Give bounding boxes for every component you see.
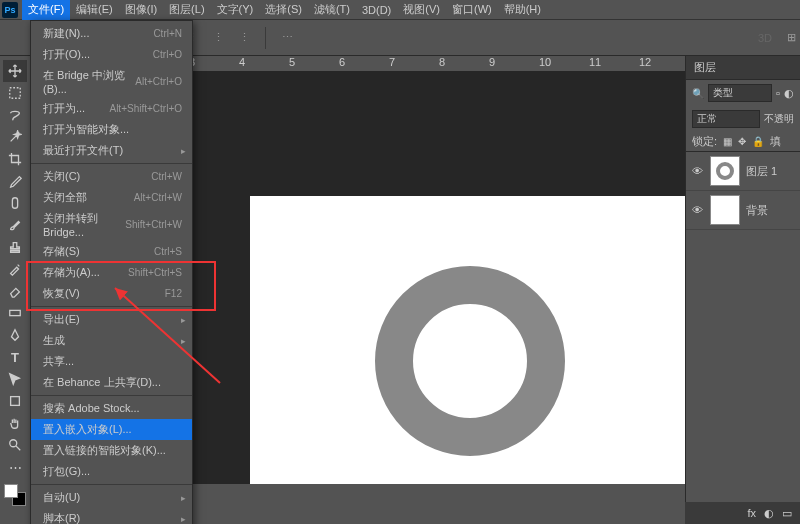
lock-position-icon[interactable]: ✥ bbox=[738, 136, 746, 147]
zoom-tool[interactable] bbox=[3, 434, 27, 456]
view-icon[interactable]: ⊞ bbox=[782, 29, 800, 47]
distribute-icon[interactable]: ⋮ bbox=[235, 29, 253, 47]
lasso-tool[interactable] bbox=[3, 104, 27, 126]
visibility-icon[interactable]: 👁 bbox=[692, 204, 704, 216]
mask-icon[interactable]: ◐ bbox=[764, 507, 774, 520]
menubar: Ps 文件(F)编辑(E)图像(I)图层(L)文字(Y)选择(S)滤镜(T)3D… bbox=[0, 0, 800, 20]
panels: 图层 🔍 类型 ▫ ◐ 正常 不透明 锁定: ▦ ✥ 🔒 填 👁图层 1👁背景 bbox=[685, 56, 800, 524]
menu-item[interactable]: 置入嵌入对象(L)... bbox=[31, 419, 192, 440]
menu-item[interactable]: 自动(U) bbox=[31, 487, 192, 508]
layer-filter-row: 🔍 类型 ▫ ◐ bbox=[686, 80, 800, 106]
menu-图像[interactable]: 图像(I) bbox=[119, 0, 163, 20]
menu-帮助[interactable]: 帮助(H) bbox=[498, 0, 547, 20]
app-icon: Ps bbox=[2, 2, 18, 18]
menu-item[interactable]: 生成 bbox=[31, 330, 192, 351]
svg-rect-1 bbox=[12, 198, 17, 209]
filter-kind-select[interactable]: 类型 bbox=[708, 84, 772, 102]
stamp-tool[interactable] bbox=[3, 236, 27, 258]
blend-mode-select[interactable]: 正常 bbox=[692, 110, 760, 128]
layer-row[interactable]: 👁背景 bbox=[686, 191, 800, 230]
menu-item: 打包(G)... bbox=[31, 461, 192, 482]
brush-tool[interactable] bbox=[3, 214, 27, 236]
eraser-tool[interactable] bbox=[3, 280, 27, 302]
menu-编辑[interactable]: 编辑(E) bbox=[70, 0, 119, 20]
layer-row[interactable]: 👁图层 1 bbox=[686, 152, 800, 191]
toolbar: T ⋯ bbox=[0, 56, 30, 506]
menu-item[interactable]: 存储(S)Ctrl+S bbox=[31, 241, 192, 262]
menu-item[interactable]: 关闭并转到 Bridge...Shift+Ctrl+W bbox=[31, 208, 192, 241]
svg-rect-3 bbox=[11, 397, 20, 406]
menu-item: 恢复(V)F12 bbox=[31, 283, 192, 304]
lock-row: 锁定: ▦ ✥ 🔒 填 bbox=[686, 132, 800, 152]
wand-tool[interactable] bbox=[3, 126, 27, 148]
menu-窗口[interactable]: 窗口(W) bbox=[446, 0, 498, 20]
document-canvas[interactable] bbox=[250, 196, 685, 484]
history-brush-tool[interactable] bbox=[3, 258, 27, 280]
eyedropper-tool[interactable] bbox=[3, 170, 27, 192]
marquee-tool[interactable] bbox=[3, 82, 27, 104]
menu-文件[interactable]: 文件(F) bbox=[22, 0, 70, 20]
layer-thumbnail bbox=[710, 195, 740, 225]
layers-list: 👁图层 1👁背景 bbox=[686, 152, 800, 230]
healing-tool[interactable] bbox=[3, 192, 27, 214]
filter-icon[interactable]: ▫ bbox=[776, 87, 780, 99]
ring-shape bbox=[375, 266, 565, 456]
color-swatches[interactable] bbox=[4, 484, 26, 506]
layer-thumbnail bbox=[710, 156, 740, 186]
more-icon[interactable]: ⋯ bbox=[278, 29, 296, 47]
menu-item[interactable]: 脚本(R) bbox=[31, 508, 192, 524]
visibility-icon[interactable]: 👁 bbox=[692, 165, 704, 177]
menu-item[interactable]: 在 Bridge 中浏览(B)...Alt+Ctrl+O bbox=[31, 65, 192, 98]
layers-footer: fx ◐ ▭ bbox=[685, 502, 800, 524]
menu-item[interactable]: 搜索 Adobe Stock... bbox=[31, 398, 192, 419]
crop-tool[interactable] bbox=[3, 148, 27, 170]
new-folder-icon[interactable]: ▭ bbox=[782, 507, 792, 520]
hand-tool[interactable] bbox=[3, 412, 27, 434]
separator bbox=[265, 27, 266, 49]
menu-item[interactable]: 在 Behance 上共享(D)... bbox=[31, 372, 192, 393]
distribute-icon[interactable]: ⋮ bbox=[209, 29, 227, 47]
menu-item[interactable]: 打开(O)...Ctrl+O bbox=[31, 44, 192, 65]
gradient-tool[interactable] bbox=[3, 302, 27, 324]
menu-滤镜[interactable]: 滤镜(T) bbox=[308, 0, 356, 20]
file-menu-dropdown: 新建(N)...Ctrl+N打开(O)...Ctrl+O在 Bridge 中浏览… bbox=[30, 20, 193, 524]
shape-tool[interactable] bbox=[3, 390, 27, 412]
menu-视图[interactable]: 视图(V) bbox=[397, 0, 446, 20]
path-tool[interactable] bbox=[3, 368, 27, 390]
svg-rect-2 bbox=[10, 310, 21, 315]
svg-point-4 bbox=[10, 440, 17, 447]
lock-pixels-icon[interactable]: ▦ bbox=[723, 136, 732, 147]
pen-tool[interactable] bbox=[3, 324, 27, 346]
layers-panel-tab[interactable]: 图层 bbox=[686, 56, 800, 80]
menu-图层[interactable]: 图层(L) bbox=[163, 0, 210, 20]
menu-item[interactable]: 导出(E) bbox=[31, 309, 192, 330]
lock-label: 锁定: bbox=[692, 134, 717, 149]
menu-item[interactable]: 最近打开文件(T) bbox=[31, 140, 192, 161]
menu-item[interactable]: 关闭全部Alt+Ctrl+W bbox=[31, 187, 192, 208]
more-tools[interactable]: ⋯ bbox=[3, 456, 27, 478]
3d-mode-icon[interactable]: 3D bbox=[756, 29, 774, 47]
fx-icon[interactable]: fx bbox=[747, 507, 756, 519]
blend-row: 正常 不透明 bbox=[686, 106, 800, 132]
menu-item[interactable]: 共享... bbox=[31, 351, 192, 372]
filter-icon[interactable]: ◐ bbox=[784, 87, 794, 100]
menu-文字[interactable]: 文字(Y) bbox=[211, 0, 260, 20]
menu-选择[interactable]: 选择(S) bbox=[259, 0, 308, 20]
search-icon[interactable]: 🔍 bbox=[692, 88, 704, 99]
fill-label: 填 bbox=[770, 134, 781, 149]
move-tool[interactable] bbox=[3, 60, 27, 82]
svg-rect-0 bbox=[10, 88, 21, 99]
layer-name: 图层 1 bbox=[746, 164, 777, 179]
menu-3d[interactable]: 3D(D) bbox=[356, 1, 397, 19]
menu-item[interactable]: 置入链接的智能对象(K)... bbox=[31, 440, 192, 461]
type-tool[interactable]: T bbox=[3, 346, 27, 368]
menu-item[interactable]: 存储为(A)...Shift+Ctrl+S bbox=[31, 262, 192, 283]
menu-item[interactable]: 关闭(C)Ctrl+W bbox=[31, 166, 192, 187]
lock-all-icon[interactable]: 🔒 bbox=[752, 136, 764, 147]
layer-name: 背景 bbox=[746, 203, 768, 218]
menu-item[interactable]: 新建(N)...Ctrl+N bbox=[31, 23, 192, 44]
opacity-label: 不透明 bbox=[764, 112, 794, 126]
menu-item[interactable]: 打开为智能对象... bbox=[31, 119, 192, 140]
menu-item[interactable]: 打开为...Alt+Shift+Ctrl+O bbox=[31, 98, 192, 119]
